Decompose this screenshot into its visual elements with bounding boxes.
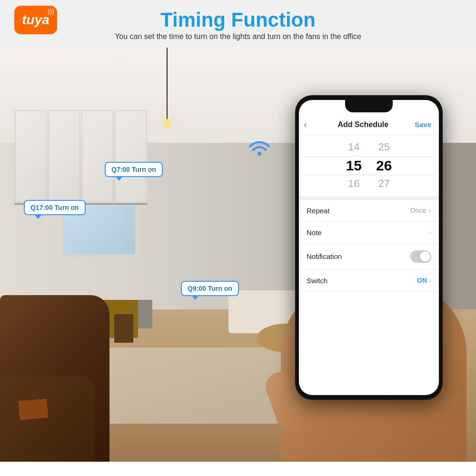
- phone: ‹ Add Schedule Save 14 15 16 25: [295, 95, 443, 400]
- list-item-switch[interactable]: Switch ON ›: [299, 270, 439, 292]
- switch-chevron-icon: ›: [429, 277, 431, 284]
- tooltip-q17: Q17:00 Turn on: [24, 200, 86, 215]
- notification-label: Notification: [307, 252, 410, 260]
- wifi-icon: ·))): [46, 8, 54, 15]
- hour-column[interactable]: 14 15 16: [346, 140, 362, 191]
- cabinet-door: [49, 110, 80, 202]
- chair-seat: [0, 376, 95, 462]
- save-button[interactable]: Save: [415, 120, 431, 129]
- header: tuya ·))) Timing Function You can set th…: [0, 0, 476, 48]
- book: [18, 398, 48, 420]
- minute-column[interactable]: 25 26 27: [376, 140, 392, 191]
- picker-highlight: [304, 156, 434, 175]
- notification-toggle[interactable]: [410, 250, 431, 263]
- light-cord: [167, 48, 168, 119]
- minute-26: 26: [376, 156, 392, 176]
- light-bulb: [164, 119, 170, 128]
- note-chevron-icon: ›: [429, 228, 431, 236]
- cabinet-door: [115, 110, 147, 202]
- app-title: Add Schedule: [312, 120, 415, 129]
- phone-screen: ‹ Add Schedule Save 14 15 16 25: [299, 100, 439, 395]
- list-item-notification[interactable]: Notification: [299, 244, 439, 270]
- repeat-label: Repeat: [307, 207, 410, 215]
- header-subtitle: You can set the time to turn on the ligh…: [115, 32, 361, 41]
- repeat-chevron-icon: ›: [429, 207, 431, 214]
- dining-chair-2: [114, 314, 133, 343]
- tuya-logo: tuya ·))): [14, 6, 57, 34]
- note-label: Note: [307, 228, 429, 237]
- tooltip-q9: Q9:00 Turn on: [181, 281, 239, 296]
- app-list: Repeat Once › Note › Notification: [299, 196, 439, 395]
- tooltip-q7: Q7:00 Turn on: [105, 162, 163, 177]
- toggle-knob: [420, 251, 430, 262]
- app-header: ‹ Add Schedule Save: [299, 114, 439, 135]
- time-picker[interactable]: 14 15 16 25 26 27: [299, 135, 439, 196]
- hour-16: 16: [348, 177, 359, 191]
- page-title: Timing Function: [160, 9, 316, 31]
- kitchen-cabinets: [14, 109, 148, 205]
- switch-label: Switch: [307, 277, 417, 285]
- hour-15: 15: [346, 156, 362, 176]
- minute-27: 27: [378, 177, 389, 191]
- scene: Q17:00 Turn on Q7:00 Turn on Q9:00 Turn …: [0, 48, 476, 462]
- phone-container: ‹ Add Schedule Save 14 15 16 25: [281, 71, 466, 462]
- repeat-value: Once: [410, 207, 426, 214]
- cabinet-door: [15, 110, 47, 202]
- minute-25: 25: [378, 140, 389, 155]
- switch-value: ON: [417, 277, 427, 284]
- app-screen: ‹ Add Schedule Save 14 15 16 25: [299, 100, 439, 395]
- back-button[interactable]: ‹: [304, 119, 307, 130]
- hour-14: 14: [348, 140, 359, 155]
- list-item-note[interactable]: Note ›: [299, 222, 439, 244]
- list-item-repeat[interactable]: Repeat Once ›: [299, 200, 439, 222]
- foreground-chair: [0, 295, 109, 462]
- cabinet-door: [82, 110, 113, 202]
- wifi-scene-icon: [248, 136, 271, 160]
- svg-point-0: [258, 152, 261, 156]
- phone-notch: [345, 100, 393, 112]
